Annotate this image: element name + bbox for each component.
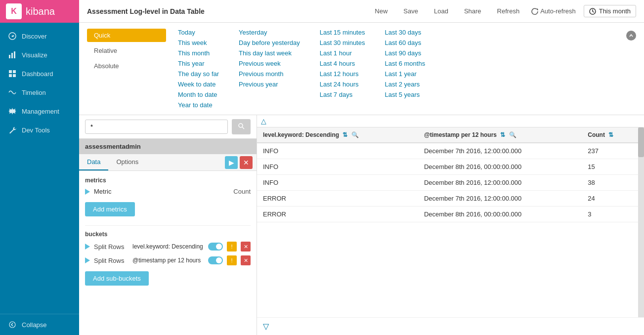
data-table: level.keyword: Descending ⇅ 🔍 @timestamp… [257,127,638,222]
metric-count: Count [233,188,251,195]
scroll-up-btn[interactable] [626,31,636,41]
time-tab-absolute[interactable]: Absolute [87,59,166,73]
cell-count-2: 38 [582,175,638,191]
time-last-6months[interactable]: Last 6 months [385,60,425,67]
search-icon-keyword[interactable]: 🔍 [351,131,359,138]
sidebar-item-label: Discover [22,33,47,40]
buckets-section-title: buckets [85,231,251,238]
sidebar-logo[interactable]: K kibana [0,0,79,23]
time-day-so-far[interactable]: The day so far [178,70,219,78]
bucket-arrow-icon-0 [85,244,90,250]
bar-chart-icon [8,50,17,59]
time-last-30min[interactable]: Last 30 minutes [320,39,365,46]
compass-icon [8,32,17,41]
sort-icon-count[interactable]: ⇅ [608,131,613,138]
sidebar-item-label: Dashboard [22,70,53,78]
bucket-toggle-1[interactable] [208,256,223,264]
time-last-24hours[interactable]: Last 24 hours [320,81,365,88]
auto-refresh-group[interactable]: Auto-refresh [531,7,576,15]
time-month-to-date[interactable]: Month to date [178,91,219,98]
tab-options[interactable]: Options [108,154,146,170]
time-this-year[interactable]: This year [178,60,219,67]
expand-down-icon[interactable]: ▽ [263,322,269,331]
time-last-1year[interactable]: Last 1 year [385,70,425,78]
time-last-60days[interactable]: Last 60 days [385,39,425,46]
table-header-row: level.keyword: Descending ⇅ 🔍 @timestamp… [257,127,638,143]
sidebar-item-management[interactable]: Management [0,102,79,121]
bucket-toggle-0[interactable] [208,243,223,251]
time-this-week[interactable]: This week [178,39,219,46]
bucket-delete-1[interactable]: ✕ [241,255,251,265]
topbar: Assessment Log-level in Data Table New S… [79,0,644,23]
run-button[interactable]: ▶ [225,156,238,169]
vertical-scrollbar[interactable] [638,127,644,317]
bucket-info-0[interactable]: ! [227,242,237,251]
sort-icon-timestamp[interactable]: ⇅ [500,131,505,138]
logo-text: kibana [26,6,55,17]
panel-tabs: Data Options ▶ ✕ [79,154,257,171]
search-icon-timestamp[interactable]: 🔍 [509,131,516,138]
cell-keyword-4: ERROR [257,207,418,222]
time-today[interactable]: Today [178,29,219,36]
table-row: INFO December 8th 2016, 12:00:00.000 38 [257,175,638,191]
search-button[interactable] [232,119,251,134]
save-button[interactable]: Save [399,5,422,17]
time-previous-year[interactable]: Previous year [239,81,300,88]
time-this-day-last-week[interactable]: This day last week [239,49,300,57]
sidebar-item-discover[interactable]: Discover [0,27,79,45]
add-sub-buckets-button[interactable]: Add sub-buckets [85,271,149,286]
new-button[interactable]: New [371,5,391,17]
time-week-to-date[interactable]: Week to date [178,81,219,88]
sidebar-item-visualize[interactable]: Visualize [0,45,79,64]
time-last-2years[interactable]: Last 2 years [385,81,425,88]
sidebar-nav: Discover Visualize Dashboar [0,23,79,314]
sidebar-item-devtools[interactable]: Dev Tools [0,121,79,139]
time-year-to-date[interactable]: Year to date [178,101,219,109]
time-yesterday[interactable]: Yesterday [239,29,300,36]
table-row: INFO December 8th 2016, 00:00:00.000 15 [257,159,638,175]
time-previous-month[interactable]: Previous month [239,70,300,78]
cell-count-0: 237 [582,143,638,159]
col-timestamp-label: @timestamp per 12 hours [424,131,497,138]
time-last-12hours[interactable]: Last 12 hours [320,70,365,78]
add-metrics-button[interactable]: Add metrics [85,202,135,216]
sidebar-item-timelion[interactable]: Timelion [0,83,79,102]
share-button[interactable]: Share [460,5,485,17]
wrench-icon [8,126,17,134]
expand-up-icon[interactable]: △ [261,117,266,125]
bucket-delete-0[interactable]: ✕ [241,242,251,251]
panel-close-button[interactable]: ✕ [240,156,253,169]
refresh-button[interactable]: Refresh [493,5,524,17]
time-tab-quick[interactable]: Quick [87,29,166,42]
logo-box: K [6,3,22,19]
svg-rect-8 [13,74,16,77]
time-last-90days[interactable]: Last 90 days [385,49,425,57]
time-last-15min[interactable]: Last 15 minutes [320,29,365,36]
time-this-month[interactable]: This month [178,49,219,57]
time-last-4hours[interactable]: Last 4 hours [320,60,365,67]
time-range-button[interactable]: This month [584,5,636,17]
time-tab-relative[interactable]: Relative [87,44,166,57]
scroll-thumb[interactable] [638,127,644,157]
svg-point-10 [9,322,15,328]
time-previous-week[interactable]: Previous week [239,60,300,67]
panel-tab-actions: ▶ ✕ [225,156,257,169]
collapse-label: Collapse [22,321,47,329]
load-button[interactable]: Load [430,5,452,17]
cell-timestamp-4: December 8th 2016, 00:00:00.000 [418,207,582,222]
bucket-arrow-icon-1 [85,257,90,263]
time-last-7days[interactable]: Last 7 days [320,91,365,98]
time-day-before-yesterday[interactable]: Day before yesterday [239,39,300,46]
panel-body: metrics Metric Count Add metrics buckets… [79,171,257,335]
tab-data[interactable]: Data [79,154,108,170]
time-picker-panel: Quick Relative Absolute Today This week … [79,23,644,115]
time-last-1hour[interactable]: Last 1 hour [320,49,365,57]
collapse-button[interactable]: Collapse [0,314,79,335]
bucket-info-1[interactable]: ! [227,255,237,265]
sidebar-item-dashboard[interactable]: Dashboard [0,64,79,83]
time-last-5years[interactable]: Last 5 years [385,91,425,98]
cell-count-1: 15 [582,159,638,175]
time-last-30days[interactable]: Last 30 days [385,29,425,36]
sort-icon-keyword[interactable]: ⇅ [343,131,347,138]
search-input[interactable] [85,120,228,134]
